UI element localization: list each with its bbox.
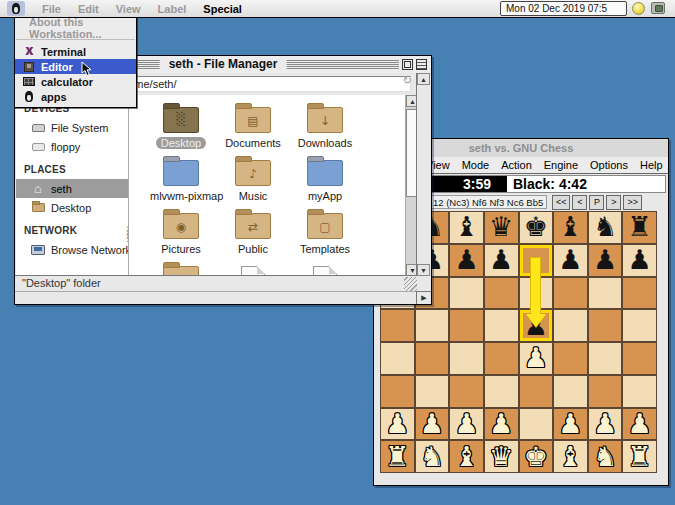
status-resize-grip[interactable] xyxy=(404,277,417,291)
square-f3[interactable] xyxy=(553,375,588,408)
square-a4[interactable] xyxy=(380,342,415,375)
square-d8[interactable]: ♛ xyxy=(484,211,519,244)
apple-menu-item-calculator[interactable]: calculator xyxy=(15,74,136,89)
square-b3[interactable] xyxy=(415,375,450,408)
square-d3[interactable] xyxy=(484,375,519,408)
square-d6[interactable] xyxy=(484,277,519,310)
menu-view[interactable]: View xyxy=(116,3,141,15)
file-item-myapp[interactable]: myApp xyxy=(289,156,361,209)
chess-menu-mode[interactable]: Mode xyxy=(462,159,490,171)
nav-button-2[interactable]: P xyxy=(589,195,604,210)
square-a1[interactable]: ♜ xyxy=(380,440,415,473)
file-item-music[interactable]: ♪Music xyxy=(217,156,289,209)
nav-button-3[interactable]: > xyxy=(606,195,621,210)
file-item-documents[interactable]: ▤Documents xyxy=(217,103,289,156)
square-g7[interactable]: ♟ xyxy=(588,244,623,277)
square-h2[interactable]: ♟ xyxy=(622,408,657,441)
square-h8[interactable]: ♜ xyxy=(622,211,657,244)
sidebar-item-file-system[interactable]: File System xyxy=(16,118,128,137)
file-item-partial[interactable] xyxy=(289,262,361,276)
square-g5[interactable] xyxy=(588,309,623,342)
square-b4[interactable] xyxy=(415,342,450,375)
zoom-box-button[interactable] xyxy=(402,59,413,70)
chess-menu-options[interactable]: Options xyxy=(590,159,628,171)
square-f1[interactable]: ♝ xyxy=(553,440,588,473)
sidebar-item-seth[interactable]: ⌂seth xyxy=(16,179,128,198)
file-item-downloads[interactable]: ↓Downloads xyxy=(289,103,361,156)
sidebar-item-browse-network[interactable]: Browse Network xyxy=(16,240,128,259)
apple-menu-item-about-this-workstation[interactable]: About this Workstation... xyxy=(15,20,136,35)
refresh-icon[interactable]: ↻ xyxy=(403,74,412,87)
square-e2[interactable] xyxy=(519,408,554,441)
square-c4[interactable] xyxy=(449,342,484,375)
square-h5[interactable] xyxy=(622,309,657,342)
square-f7[interactable]: ♟ xyxy=(553,244,588,277)
frame-scroll-up-arrow[interactable]: ▲ xyxy=(417,73,430,85)
square-g2[interactable]: ♟ xyxy=(588,408,623,441)
chess-menu-action[interactable]: Action xyxy=(501,159,532,171)
square-h7[interactable]: ♟ xyxy=(622,244,657,277)
chess-menu-help[interactable]: Help xyxy=(640,159,663,171)
screenshot-icon[interactable] xyxy=(651,2,665,14)
square-f5[interactable] xyxy=(553,309,588,342)
square-c7[interactable]: ♟ xyxy=(449,244,484,277)
square-c5[interactable] xyxy=(449,309,484,342)
square-f2[interactable]: ♟ xyxy=(553,408,588,441)
file-item-desktop[interactable]: ░Desktop xyxy=(145,103,217,156)
square-a5[interactable] xyxy=(380,309,415,342)
square-b5[interactable] xyxy=(415,309,450,342)
square-e4[interactable]: ♟ xyxy=(519,342,554,375)
square-d5[interactable] xyxy=(484,309,519,342)
square-c3[interactable] xyxy=(449,375,484,408)
square-c1[interactable]: ♝ xyxy=(449,440,484,473)
file-item-pictures[interactable]: ◉Pictures xyxy=(145,209,217,262)
square-c6[interactable] xyxy=(449,277,484,310)
file-item-partial[interactable] xyxy=(145,262,217,276)
square-g8[interactable]: ♞ xyxy=(588,211,623,244)
square-e3[interactable] xyxy=(519,375,554,408)
nav-button-4[interactable]: >> xyxy=(623,195,642,210)
sidebar-item-floppy[interactable]: floppy xyxy=(16,137,128,156)
square-d4[interactable] xyxy=(484,342,519,375)
square-g6[interactable] xyxy=(588,277,623,310)
square-g4[interactable] xyxy=(588,342,623,375)
nav-button-1[interactable]: < xyxy=(572,195,587,210)
sidebar-item-desktop[interactable]: Desktop xyxy=(16,198,128,217)
square-g1[interactable]: ♞ xyxy=(588,440,623,473)
apple-menu-item-apps[interactable]: apps xyxy=(15,89,136,104)
square-a3[interactable] xyxy=(380,375,415,408)
chess-menu-engine[interactable]: Engine xyxy=(544,159,578,171)
window-shade-button[interactable] xyxy=(416,59,427,70)
nav-button-0[interactable]: << xyxy=(552,195,571,210)
square-h3[interactable] xyxy=(622,375,657,408)
menu-file[interactable]: File xyxy=(42,3,61,15)
square-f4[interactable] xyxy=(553,342,588,375)
menu-special[interactable]: Special xyxy=(203,3,242,15)
file-item-partial[interactable] xyxy=(217,262,289,276)
square-h4[interactable] xyxy=(622,342,657,375)
file-item-templates[interactable]: ▢Templates xyxy=(289,209,361,262)
square-d7[interactable]: ♟ xyxy=(484,244,519,277)
menu-label[interactable]: Label xyxy=(158,3,187,15)
square-d2[interactable]: ♟ xyxy=(484,408,519,441)
square-b1[interactable]: ♞ xyxy=(415,440,450,473)
square-c2[interactable]: ♟ xyxy=(449,408,484,441)
menu-edit[interactable]: Edit xyxy=(78,3,99,15)
square-b2[interactable]: ♟ xyxy=(415,408,450,441)
square-c8[interactable]: ♝ xyxy=(449,211,484,244)
yellow-orb-icon[interactable] xyxy=(632,2,645,15)
apple-menu-button[interactable] xyxy=(7,1,25,16)
apple-menu-item-editor[interactable]: Editor xyxy=(15,59,136,74)
square-d1[interactable]: ♛ xyxy=(484,440,519,473)
apple-menu-item-terminal[interactable]: XTerminal xyxy=(15,44,136,59)
square-g3[interactable] xyxy=(588,375,623,408)
window-resize-corner[interactable]: ▶ xyxy=(416,291,431,304)
square-h6[interactable] xyxy=(622,277,657,310)
sidebar-splitter-handle[interactable]: ⋮⋮⋮ xyxy=(123,228,129,268)
square-f8[interactable]: ♝ xyxy=(553,211,588,244)
file-item-mlvwm-pixmap[interactable]: mlvwm-pixmap xyxy=(145,156,217,209)
square-e1[interactable]: ♚ xyxy=(519,440,554,473)
square-h1[interactable]: ♜ xyxy=(622,440,657,473)
square-e8[interactable]: ♚ xyxy=(519,211,554,244)
frame-scroll-down-arrow[interactable]: ▼ xyxy=(417,264,430,276)
